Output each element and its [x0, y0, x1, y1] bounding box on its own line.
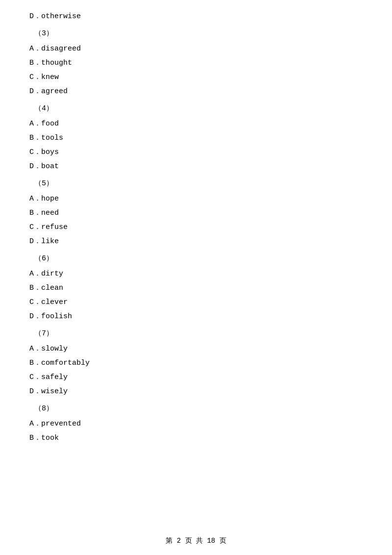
q6-d: D．foolish [29, 310, 363, 323]
q8-b: B．took [29, 431, 363, 445]
q6-a: A．dirty [29, 267, 363, 280]
q5-label: （5） [34, 177, 363, 190]
q3-b: B．thought [29, 56, 363, 70]
q5-a: A．hope [29, 192, 363, 205]
q7-c: C．safely [29, 371, 363, 384]
q7-a: A．slowly [29, 342, 363, 355]
q3-a: A．disagreed [29, 42, 363, 55]
q7-d: D．wisely [29, 385, 363, 398]
d-otherwise: D．otherwise [29, 10, 363, 23]
q3-c: C．knew [29, 71, 363, 84]
q4-label: （4） [34, 102, 363, 115]
q3-d: D．agreed [29, 85, 363, 98]
q8-label: （8） [34, 402, 363, 415]
q6-label: （6） [34, 252, 363, 265]
q6-b: B．clean [29, 281, 363, 295]
q7-b: B．comfortably [29, 356, 363, 370]
footer-text: 第 2 页 共 18 页 [166, 537, 226, 545]
q8-a: A．prevented [29, 417, 363, 430]
q5-c: C．refuse [29, 221, 363, 234]
q4-a: A．food [29, 117, 363, 130]
q5-d: D．like [29, 235, 363, 248]
q4-b: B．tools [29, 131, 363, 145]
q4-c: C．boys [29, 146, 363, 159]
q7-label: （7） [34, 327, 363, 340]
page-footer: 第 2 页 共 18 页 [0, 536, 392, 545]
q4-d: D．boat [29, 160, 363, 173]
q6-c: C．clever [29, 296, 363, 309]
q5-b: B．need [29, 206, 363, 220]
q3-label: （3） [34, 27, 363, 40]
main-content: D．otherwise（3）A．disagreedB．thoughtC．knew… [0, 0, 392, 475]
